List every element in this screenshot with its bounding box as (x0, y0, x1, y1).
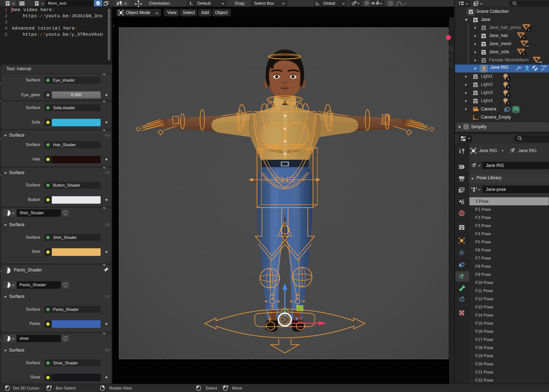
svg-text:3: 3 (508, 102, 509, 105)
svg-text:2: 2 (528, 28, 530, 32)
svg-text:2: 2 (523, 53, 525, 56)
svg-text:3: 3 (508, 86, 509, 89)
svg-text:2: 2 (523, 36, 525, 40)
svg-text:+99: +99 (537, 61, 542, 64)
svg-text:5: 5 (508, 77, 509, 81)
svg-text:3: 3 (508, 94, 509, 97)
svg-text:14: 14 (525, 44, 529, 48)
